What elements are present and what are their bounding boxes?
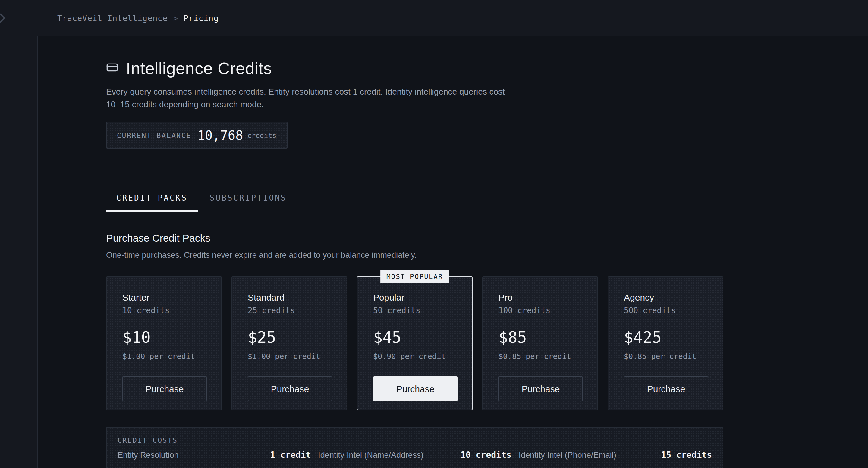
card-per-credit: $1.00 per credit [248, 352, 331, 361]
most-popular-badge: MOST POPULAR [380, 270, 449, 283]
card-popular: MOST POPULAR Popular 50 credits $45 $0.9… [357, 276, 472, 410]
purchase-button-agency[interactable]: Purchase [624, 376, 708, 401]
card-per-credit: $0.85 per credit [624, 352, 707, 361]
card-starter: Starter 10 credits $10 $1.00 per credit … [106, 276, 222, 410]
tab-bar: CREDIT PACKS SUBSCRIPTIONS [106, 168, 723, 211]
tab-credit-packs[interactable]: CREDIT PACKS [106, 193, 198, 211]
credit-costs-box: CREDIT COSTS Entity Resolution 1 credit … [106, 427, 723, 468]
card-name: Agency [624, 293, 707, 302]
card-price: $85 [498, 329, 582, 346]
card-price: $425 [624, 329, 707, 346]
credit-cost-entity-resolution: Entity Resolution 1 credit [118, 450, 311, 460]
breadcrumb-separator: > [173, 13, 178, 23]
cost-label: Entity Resolution [118, 450, 179, 460]
cost-label: Identity Intel (Name/Address) [318, 450, 424, 460]
card-price: $45 [373, 329, 456, 346]
current-balance-box: CURRENT BALANCE 10,768 credits [106, 122, 287, 149]
main-content: Intelligence Credits Every query consume… [106, 36, 723, 468]
sidebar-collapse-chevron-icon[interactable] [0, 10, 10, 26]
card-price: $10 [122, 329, 206, 346]
page-description-line1: Every query consumes intelligence credit… [106, 86, 528, 98]
page-description: Every query consumes intelligence credit… [106, 86, 528, 110]
card-price: $25 [248, 329, 331, 346]
card-credits: 50 credits [373, 306, 456, 315]
card-standard: Standard 25 credits $25 $1.00 per credit… [231, 276, 347, 410]
breadcrumb-current: Pricing [184, 13, 219, 23]
purchase-button-standard[interactable]: Purchase [248, 376, 332, 401]
top-bar: TraceVeil Intelligence > Pricing [0, 0, 868, 36]
balance-label: CURRENT BALANCE [117, 131, 191, 139]
card-agency: Agency 500 credits $425 $0.85 per credit… [608, 276, 723, 410]
purchase-button-starter[interactable]: Purchase [122, 376, 207, 401]
card-credits: 10 credits [122, 306, 206, 315]
card-name: Pro [498, 293, 582, 302]
tab-subscriptions[interactable]: SUBSCRIPTIONS [199, 193, 297, 211]
section-divider [106, 163, 723, 163]
breadcrumb-root[interactable]: TraceVeil Intelligence [57, 13, 167, 23]
cost-value: 15 credits [661, 450, 712, 460]
credit-cost-identity-phone-email: Identity Intel (Phone/Email) 15 credits [519, 450, 712, 460]
card-name: Popular [373, 293, 456, 302]
card-per-credit: $1.00 per credit [122, 352, 206, 361]
cost-value: 1 credit [270, 450, 311, 460]
purchase-button-pro[interactable]: Purchase [498, 376, 583, 401]
credit-costs-row: Entity Resolution 1 credit Identity Inte… [118, 450, 712, 460]
card-per-credit: $0.90 per credit [373, 352, 456, 361]
pricing-cards: Starter 10 credits $10 $1.00 per credit … [106, 276, 723, 410]
cost-label: Identity Intel (Phone/Email) [519, 450, 616, 460]
app-window: TraceVeil Intelligence > Pricing [0, 0, 868, 468]
card-pro: Pro 100 credits $85 $0.85 per credit Pur… [482, 276, 598, 410]
card-credits: 500 credits [624, 306, 707, 315]
balance-value: 10,768 [197, 128, 243, 142]
card-per-credit: $0.85 per credit [498, 352, 582, 361]
breadcrumb: TraceVeil Intelligence > Pricing [57, 0, 219, 36]
section-heading: Purchase Credit Packs [106, 233, 723, 243]
page-title: Intelligence Credits [126, 60, 272, 78]
credit-costs-label: CREDIT COSTS [118, 436, 712, 444]
cost-value: 10 credits [461, 450, 512, 460]
card-credits: 25 credits [248, 306, 331, 315]
credit-card-title-icon [106, 61, 118, 76]
sidebar [0, 0, 38, 468]
section-subheading: One-time purchases. Credits never expire… [106, 250, 723, 260]
purchase-button-popular[interactable]: Purchase [373, 376, 458, 401]
card-name: Standard [248, 293, 331, 302]
card-credits: 100 credits [498, 306, 582, 315]
page-description-line2: 10–15 credits depending on search mode. [106, 98, 528, 110]
credit-cost-identity-name-address: Identity Intel (Name/Address) 10 credits [318, 450, 511, 460]
balance-unit: credits [247, 131, 276, 139]
card-name: Starter [122, 293, 206, 302]
